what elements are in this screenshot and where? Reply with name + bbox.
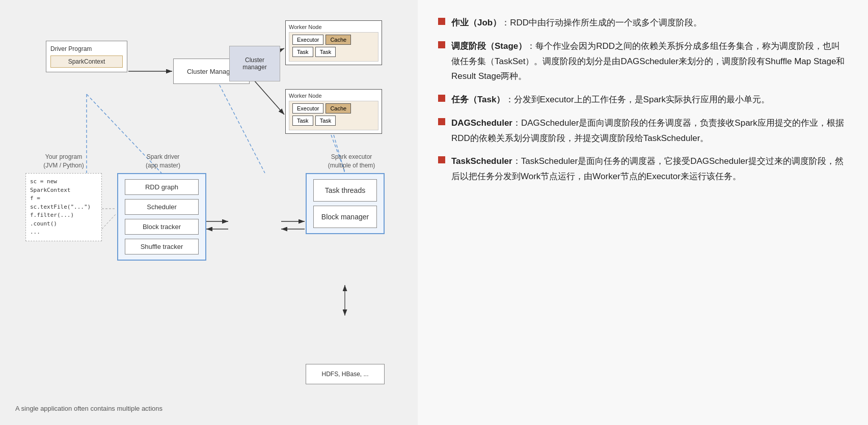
bullet-task: 任务（Task）：分发到Executor上的工作任务，是Spark实际执行应用的…	[438, 92, 848, 107]
driver-program-title: Driver Program	[50, 45, 123, 52]
cache-cell-1: Cache	[326, 35, 351, 45]
code-line-3: f.filter(...)	[30, 211, 97, 220]
block-tracker-item: Block tracker	[125, 219, 199, 235]
bullet-text-task: ：分发到Executor上的工作任务，是Spark实际执行应用的最小单元。	[505, 95, 770, 104]
rdd-graph-item: RDD graph	[125, 179, 199, 195]
block-manager-item: Block manager	[313, 206, 377, 228]
cluster-manager-top-label: Cluster Manager	[187, 68, 236, 75]
bullet-job: 作业（Job）：RDD中由行动操作所生成的一个或多个调度阶段。	[438, 15, 848, 31]
spark-driver-label: Spark driver(app master)	[122, 153, 204, 170]
worker-node-2-title: Worker Node	[289, 93, 378, 99]
shuffle-tracker-item: Shuffle tracker	[125, 239, 199, 254]
code-line-1: sc = new SparkContext	[30, 178, 97, 194]
bullet-square-dag	[438, 118, 445, 125]
cluster-manager-mid-label: Clustermanager	[242, 56, 266, 71]
svg-line-8	[212, 71, 265, 173]
worker-node-1-inner: Executor Cache Task Task	[289, 32, 378, 62]
executor-inner-box: Task threads Block manager	[306, 173, 385, 234]
worker-node-2: Worker Node Executor Cache Task Task	[285, 89, 382, 134]
bullet-bold-job: 作业（Job）	[451, 18, 501, 27]
worker-node-2-inner: Executor Cache Task Task	[289, 101, 378, 130]
bullet-taskscheduler: TaskScheduler：TaskScheduler是面向任务的调度器，它接受…	[438, 154, 848, 184]
bullet-bold-ts: TaskScheduler	[451, 156, 512, 166]
bottom-note: A single application often contains mult…	[15, 405, 162, 412]
executor-cell-1: Executor	[292, 35, 323, 45]
task-cell-2a: Task	[292, 116, 313, 126]
bullet-square-job	[438, 18, 445, 25]
cluster-manager-mid-box: Clustermanager	[229, 46, 280, 81]
driver-inner-box: RDD graph Scheduler Block tracker Shuffl…	[117, 173, 206, 261]
task-cell-1b: Task	[315, 47, 336, 57]
task-cell-2b: Task	[315, 116, 336, 126]
task-cell-1a: Task	[292, 47, 313, 57]
spark-context-box: SparkContext	[50, 55, 123, 68]
code-line-4: .count()	[30, 220, 97, 229]
task-threads-item: Task threads	[313, 179, 377, 202]
executor-cell-2: Executor	[292, 103, 323, 114]
code-box: sc = new SparkContext f = sc.textFile(".…	[25, 173, 102, 241]
hdfs-box: HDFS, HBase, ...	[306, 364, 385, 384]
bullet-square-ts	[438, 156, 445, 163]
scheduler-item: Scheduler	[125, 199, 199, 215]
bullet-dagscheduler: DAGScheduler：DAGScheduler是面向调度阶段的任务调度器，负…	[438, 116, 848, 146]
architecture-diagram: Worker Node Executor Cache Task Task Wor…	[15, 15, 413, 412]
bullet-square-stage	[438, 41, 445, 48]
bullet-content-task: 任务（Task）：分发到Executor上的工作任务，是Spark实际执行应用的…	[451, 92, 848, 107]
code-line-2: f = sc.textFile("...")	[30, 194, 97, 211]
bullet-bold-dag: DAGScheduler	[451, 118, 512, 128]
cache-cell-2: Cache	[326, 103, 351, 114]
bullet-content-stage: 调度阶段（Stage）：每个作业会因为RDD之间的依赖关系拆分成多组任务集合，称…	[451, 39, 848, 84]
bullet-bold-stage: 调度阶段（Stage）	[451, 41, 527, 51]
spark-executor-label: Spark executor(multiple of them)	[311, 153, 392, 170]
code-line-5: ...	[30, 228, 97, 237]
bullet-square-task	[438, 95, 445, 102]
bullet-bold-task: 任务（Task）	[451, 95, 505, 104]
worker-node-1-title: Worker Node	[289, 24, 378, 30]
right-panel: 作业（Job）：RDD中由行动操作所生成的一个或多个调度阶段。 调度阶段（Sta…	[418, 0, 868, 425]
svg-line-15	[102, 214, 116, 229]
your-program-label: Your program(JVM / Python)	[31, 153, 97, 170]
bullet-content-job: 作业（Job）：RDD中由行动操作所生成的一个或多个调度阶段。	[451, 15, 848, 31]
worker-node-1: Worker Node Executor Cache Task Task	[285, 20, 382, 65]
bullet-stage: 调度阶段（Stage）：每个作业会因为RDD之间的依赖关系拆分成多组任务集合，称…	[438, 39, 848, 84]
hdfs-label: HDFS, HBase, ...	[321, 371, 368, 378]
bullet-content-ts: TaskScheduler：TaskScheduler是面向任务的调度器，它接受…	[451, 154, 848, 184]
driver-program-box: Driver Program SparkContext	[46, 41, 127, 72]
bullet-content-dag: DAGScheduler：DAGScheduler是面向调度阶段的任务调度器，负…	[451, 116, 848, 146]
left-panel: Worker Node Executor Cache Task Task Wor…	[0, 0, 418, 425]
bullet-text-job: ：RDD中由行动操作所生成的一个或多个调度阶段。	[501, 18, 702, 27]
